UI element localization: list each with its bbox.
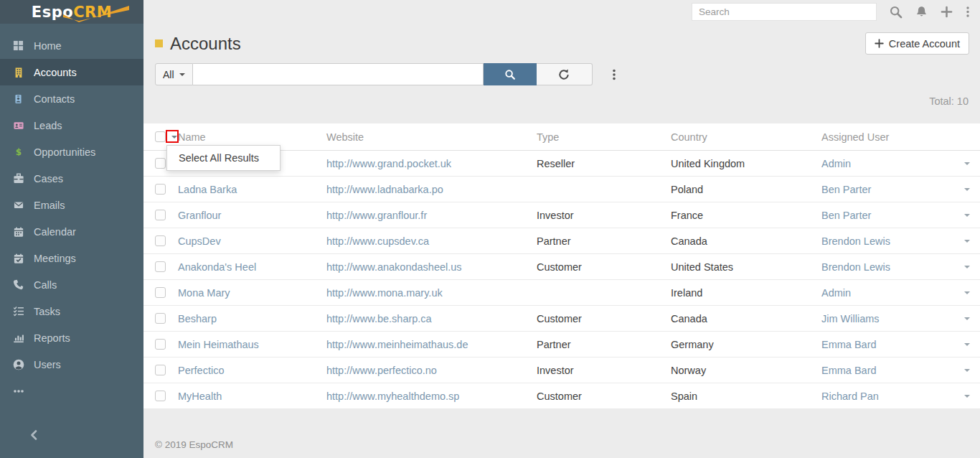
- quick-create-plus-icon[interactable]: [941, 6, 953, 18]
- sidebar-item-cases[interactable]: Cases: [0, 165, 143, 192]
- caret-down-icon: [179, 73, 185, 76]
- account-name-link[interactable]: CupsDev: [178, 235, 326, 247]
- select-all-checkbox[interactable]: [155, 131, 166, 142]
- row-actions-caret-icon[interactable]: [964, 188, 970, 191]
- column-header-country[interactable]: Country: [671, 131, 821, 143]
- table-row: MyHealthhttp://www.myhealthdemo.spCustom…: [143, 383, 980, 409]
- type-cell: Customer: [537, 261, 671, 273]
- list-search-input[interactable]: [193, 63, 484, 85]
- select-all-results-item[interactable]: Select All Results: [167, 146, 280, 170]
- home-grid-icon: [12, 40, 24, 52]
- sidebar-collapse-button[interactable]: [29, 429, 40, 441]
- column-header-website[interactable]: Website: [326, 131, 537, 143]
- refresh-button[interactable]: [537, 63, 593, 85]
- account-name-link[interactable]: Anakonda's Heel: [178, 261, 326, 273]
- type-cell: Partner: [537, 339, 671, 350]
- notifications-bell-icon[interactable]: [915, 6, 928, 18]
- website-link[interactable]: http://www.anakondasheel.us: [326, 261, 537, 273]
- row-checkbox[interactable]: [155, 184, 166, 195]
- sidebar-item-emails[interactable]: Emails: [0, 192, 143, 218]
- website-link[interactable]: http://www.grand.pocket.uk: [326, 158, 537, 169]
- sidebar-item-reports[interactable]: Reports: [0, 324, 143, 351]
- sidebar-item-calls[interactable]: Calls: [0, 271, 143, 298]
- account-name-link[interactable]: Perfectico: [178, 365, 326, 376]
- assigned-user-link[interactable]: Jim Williams: [821, 313, 951, 324]
- global-search-input[interactable]: [692, 3, 877, 21]
- assigned-user-link[interactable]: Brendon Lewis: [821, 261, 951, 273]
- sidebar-item-contacts[interactable]: Contacts: [0, 85, 143, 112]
- table-row: Mona Maryhttp://www.mona.mary.ukIrelandA…: [143, 280, 980, 306]
- sidebar-item-label: Leads: [34, 120, 62, 131]
- assigned-user-link[interactable]: Ben Parter: [821, 210, 951, 221]
- column-header-type[interactable]: Type: [537, 131, 671, 143]
- assigned-user-link[interactable]: Ben Parter: [821, 184, 951, 195]
- user-circle-icon: [12, 359, 24, 370]
- assigned-user-link[interactable]: Richard Pan: [821, 391, 951, 402]
- create-account-button[interactable]: Create Account: [865, 32, 969, 55]
- list-menu-kebab-icon[interactable]: [612, 68, 616, 81]
- row-checkbox[interactable]: [155, 158, 166, 169]
- website-link[interactable]: http://www.mona.mary.uk: [326, 287, 537, 299]
- assigned-user-link[interactable]: Admin: [821, 287, 951, 299]
- column-header-name[interactable]: Name: [178, 131, 326, 143]
- sidebar-item-calendar[interactable]: Calendar: [0, 218, 143, 245]
- assigned-user-link[interactable]: Emma Bard: [821, 339, 951, 350]
- row-check-cell: [155, 313, 178, 324]
- website-link[interactable]: http://www.perfectico.no: [326, 365, 537, 376]
- assigned-user-link[interactable]: Brendon Lewis: [821, 235, 951, 247]
- account-name-link[interactable]: Besharp: [178, 313, 326, 324]
- website-link[interactable]: http://www.myhealthdemo.sp: [326, 391, 537, 402]
- assigned-user-link[interactable]: Emma Bard: [821, 365, 951, 376]
- website-link[interactable]: http://www.be.sharp.ca: [326, 313, 537, 324]
- account-name-link[interactable]: Mein Heimathaus: [178, 339, 326, 350]
- sidebar-item-accounts[interactable]: Accounts: [0, 59, 143, 85]
- row-actions-caret-icon[interactable]: [964, 214, 970, 217]
- account-name-link[interactable]: Mona Mary: [178, 287, 326, 299]
- page-header: Accounts Create Account: [143, 24, 980, 56]
- sidebar-item-meetings[interactable]: Meetings: [0, 245, 143, 271]
- row-checkbox[interactable]: [155, 365, 166, 375]
- assigned-user-link[interactable]: Admin: [821, 158, 951, 169]
- sidebar-item-leads[interactable]: Leads: [0, 112, 143, 139]
- row-check-cell: [155, 184, 178, 195]
- sidebar-item-tasks[interactable]: Tasks: [0, 298, 143, 324]
- row-actions-caret-icon[interactable]: [964, 395, 970, 398]
- row-actions-caret-icon[interactable]: [964, 240, 970, 243]
- select-actions-caret-icon[interactable]: [171, 136, 177, 139]
- sidebar-item-opportunities[interactable]: $Opportunities: [0, 139, 143, 165]
- row-checkbox[interactable]: [155, 339, 166, 350]
- address-card-icon: [12, 120, 24, 131]
- sidebar-item-home[interactable]: Home: [0, 32, 143, 59]
- row-checkbox[interactable]: [155, 235, 166, 246]
- country-cell: Spain: [671, 391, 821, 402]
- row-actions-caret-icon[interactable]: [964, 317, 970, 320]
- row-checkbox[interactable]: [155, 261, 166, 272]
- navbar-menu-kebab-icon[interactable]: [966, 6, 970, 18]
- account-name-link[interactable]: Ladna Barka: [178, 184, 326, 195]
- row-actions-caret-icon[interactable]: [964, 266, 970, 268]
- website-link[interactable]: http://www.ladnabarka.po: [326, 184, 537, 195]
- row-actions-caret-icon[interactable]: [964, 369, 970, 372]
- sidebar-item-more[interactable]: [0, 378, 143, 404]
- global-search-icon[interactable]: [890, 6, 903, 19]
- row-actions-caret-icon[interactable]: [964, 162, 970, 165]
- row-checkbox[interactable]: [155, 391, 166, 401]
- row-actions-caret-icon[interactable]: [964, 291, 970, 294]
- website-link[interactable]: http://www.granflour.fr: [326, 210, 537, 221]
- country-cell: Canada: [671, 235, 821, 247]
- website-link[interactable]: http://www.cupsdev.ca: [326, 235, 537, 247]
- main-content: Accounts Create Account All Total: 10: [143, 0, 980, 458]
- type-cell: Investor: [537, 365, 671, 376]
- website-link[interactable]: http://www.meinheimathaus.de: [326, 339, 537, 350]
- row-actions-caret-icon[interactable]: [964, 343, 970, 346]
- row-checkbox[interactable]: [155, 210, 166, 220]
- app-logo[interactable]: EspoCRM: [0, 0, 143, 24]
- sidebar-item-users[interactable]: Users: [0, 351, 143, 378]
- list-search-button[interactable]: [484, 63, 537, 85]
- row-checkbox[interactable]: [155, 287, 166, 298]
- account-name-link[interactable]: MyHealth: [178, 391, 326, 402]
- account-name-link[interactable]: Granflour: [178, 210, 326, 221]
- filter-dropdown-button[interactable]: All: [155, 63, 193, 85]
- column-header-assigned-user[interactable]: Assigned User: [821, 131, 951, 143]
- row-checkbox[interactable]: [155, 313, 166, 324]
